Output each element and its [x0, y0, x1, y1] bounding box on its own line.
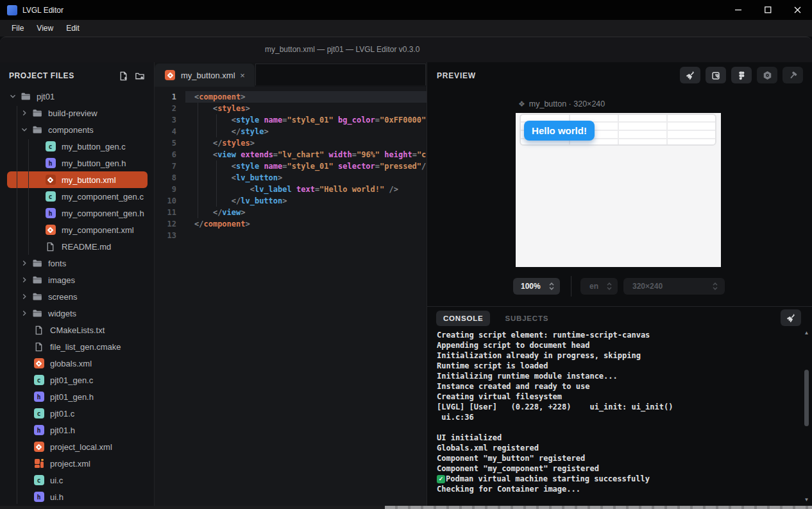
tree-item-my-component-gen-c[interactable]: cmy_component_gen.c: [0, 188, 155, 205]
project-file-icon: [33, 458, 44, 469]
chevron-down-icon[interactable]: [8, 91, 18, 101]
tree-item-ui-h[interactable]: hui.h: [0, 488, 155, 505]
line-number: 5: [155, 137, 185, 149]
tree-item-my-component-xml[interactable]: my_component.xml: [0, 221, 155, 238]
hello-world-button[interactable]: Hello world!: [524, 121, 595, 141]
clean-button[interactable]: [680, 67, 700, 83]
tree-item-images[interactable]: images: [0, 272, 155, 288]
tree-item-widgets[interactable]: widgets: [0, 305, 155, 322]
minimize-button[interactable]: [723, 0, 753, 20]
project-files-header: PROJECT FILES: [0, 69, 155, 83]
scroll-up-icon[interactable]: ▲: [802, 329, 811, 336]
tree-item-pjt01-h[interactable]: hpjt01.h: [0, 422, 155, 438]
new-file-icon[interactable]: [115, 69, 131, 83]
tree-item-pjt01-gen-c[interactable]: cpjt01_gen.c: [0, 372, 155, 388]
code-text: </view>: [185, 207, 427, 218]
preview-canvas[interactable]: Hello world!: [516, 113, 721, 267]
tree-item-label: globals.xml: [50, 359, 92, 368]
code-indent-guide: [198, 103, 198, 218]
tab-my-button-xml[interactable]: my_button.xml ×: [155, 64, 255, 87]
tree-item-readme-md[interactable]: README.md: [0, 238, 155, 255]
line-number: 11: [155, 207, 185, 218]
code-text: <component>: [185, 91, 427, 103]
chevron-updown-icon: [548, 282, 555, 291]
tree-item-my-button-gen-h[interactable]: hmy_button_gen.h: [0, 155, 155, 171]
clean-icon: [686, 71, 695, 80]
tab-subjects[interactable]: SUBJECTS: [498, 311, 555, 326]
menu-item-file[interactable]: File: [5, 22, 30, 35]
language-select[interactable]: en: [580, 278, 618, 295]
tree-item-label: pjt01_gen.h: [50, 392, 94, 402]
chevron-right-icon[interactable]: [19, 258, 30, 268]
file-icon: [33, 341, 44, 352]
tree-item-pjt01-gen-h[interactable]: hpjt01_gen.h: [0, 388, 155, 405]
chevron-right-icon[interactable]: [19, 108, 30, 118]
tree-item-globals-xml[interactable]: globals.xml: [0, 355, 155, 372]
c-file-icon: c: [33, 475, 44, 486]
tree-item-project-local-xml[interactable]: project_local.xml: [0, 438, 155, 455]
tree-item-fonts[interactable]: fonts: [0, 255, 155, 272]
check-icon: ✓: [437, 475, 445, 483]
tree-item-label: widgets: [48, 309, 76, 318]
tree-item-my-button-gen-c[interactable]: cmy_button_gen.c: [0, 138, 155, 155]
tree-item-cmakelists-txt[interactable]: CMakeLists.txt: [0, 322, 155, 338]
menu-item-edit[interactable]: Edit: [60, 22, 86, 35]
console-line: Runtime script is loaded: [437, 361, 796, 371]
taskbar-sliver: [0, 506, 812, 509]
scrollbar-thumb[interactable]: [804, 370, 809, 426]
chevron-down-icon[interactable]: [19, 125, 30, 135]
tab-label: my_button.xml: [181, 71, 237, 80]
c-file-icon: c: [45, 141, 56, 152]
tree-item-file-list-gen-cmake[interactable]: file_list_gen.cmake: [0, 338, 155, 355]
export-button[interactable]: [706, 67, 726, 83]
line-number: 2: [155, 103, 185, 114]
tree-item-project-xml[interactable]: project.xml: [0, 455, 155, 472]
code-area[interactable]: 1<component>2 <styles>3 <style name="sty…: [155, 87, 427, 506]
new-folder-icon[interactable]: [131, 69, 148, 83]
console-tabs: CONSOLE SUBJECTS: [436, 311, 555, 326]
tab-console[interactable]: CONSOLE: [436, 311, 490, 326]
clear-console-button[interactable]: [781, 309, 801, 326]
title-bar: LVGL Editor: [0, 0, 812, 20]
console-line: Globals.xml registered: [437, 443, 796, 453]
menu-item-view[interactable]: View: [30, 22, 60, 35]
figma-button[interactable]: [731, 67, 752, 83]
tree-item-pjt01-c[interactable]: cpjt01.c: [0, 405, 155, 422]
tree-item-build-preview[interactable]: build-preview: [0, 105, 155, 121]
console-line: Instance created and ready to use: [437, 381, 796, 392]
zoom-select[interactable]: 100%: [513, 278, 560, 295]
chevron-right-icon[interactable]: [19, 308, 30, 318]
console-line: ✓Podman virtual machine starting success…: [437, 474, 796, 484]
app-window: LVGL Editor FileViewEdit my_button.xml —…: [0, 0, 812, 509]
tree-item-label: pjt01.h: [50, 426, 75, 435]
code-line-6: 6 <view extends="lv_chart" width="96%" h…: [155, 149, 427, 160]
tree-item-ui-c[interactable]: cui.c: [0, 472, 155, 488]
build-button[interactable]: [782, 67, 803, 83]
figma-icon: [737, 71, 747, 80]
project-files-title: PROJECT FILES: [9, 71, 115, 80]
close-button[interactable]: [782, 0, 812, 20]
tree-item-label: pjt01_gen.c: [50, 375, 93, 385]
build-icon: [788, 71, 798, 80]
c-file-icon: c: [33, 408, 44, 419]
tree-item-my-component-gen-h[interactable]: hmy_component_gen.h: [0, 205, 155, 221]
tree-item-components[interactable]: components: [0, 121, 155, 138]
tab-close-icon[interactable]: ×: [237, 69, 248, 81]
tree-item-pjt01[interactable]: pjt01: [0, 88, 155, 105]
h-file-icon: h: [33, 425, 44, 436]
code-line-10: 10 </lv_button>: [155, 195, 427, 207]
tree-item-label: my_component_gen.c: [62, 192, 144, 202]
folder-icon: [31, 125, 42, 135]
code-line-7: 7 <style name="style_01" selector="press…: [155, 160, 427, 172]
resolution-select[interactable]: 320×240: [623, 278, 725, 295]
chevron-right-icon[interactable]: [19, 275, 30, 285]
tree-item-label: my_component.xml: [62, 225, 134, 235]
tree-item-screens[interactable]: screens: [0, 288, 155, 305]
tree-item-label: fonts: [48, 259, 66, 268]
console-scrollbar[interactable]: ▲ ▼: [802, 329, 811, 503]
maximize-button[interactable]: [753, 0, 782, 20]
chevron-right-icon[interactable]: [19, 291, 30, 302]
scroll-down-icon[interactable]: ▼: [802, 496, 811, 503]
console-log[interactable]: Creating script element: runtime-script-…: [437, 330, 796, 502]
gem-button[interactable]: [757, 67, 777, 83]
